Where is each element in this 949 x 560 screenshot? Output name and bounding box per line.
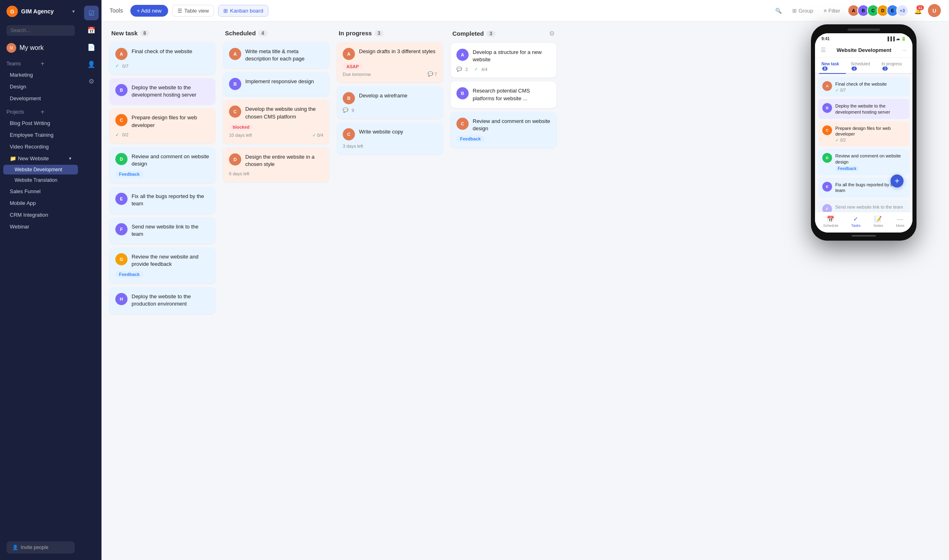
sidebar-item-video[interactable]: Video Recording <box>3 141 78 152</box>
calendar-icon[interactable]: 📅 <box>84 23 99 37</box>
comment-count: 9 <box>352 108 354 113</box>
avatar: B <box>822 103 832 113</box>
phone-tab-new-task[interactable]: New task 8 <box>819 60 846 74</box>
phone-page-title: Website Development <box>829 47 899 53</box>
sidebar-item-employee[interactable]: Employee Training <box>3 129 78 140</box>
sidebar-item-website-dev[interactable]: Website Development <box>3 165 78 174</box>
column-completed: Completed 3 ⚙ A Develop a structure for … <box>451 30 556 152</box>
table-row[interactable]: B Deploy the website to the development … <box>110 78 215 104</box>
sidebar-item-website-trans[interactable]: Website Translation <box>3 175 78 185</box>
table-row[interactable]: A Design drafts in 3 different styles AS… <box>337 42 443 82</box>
projects-section-header: Projects + <box>0 104 81 117</box>
table-row[interactable]: B Develop a wireframe 💬 9 <box>337 86 443 118</box>
col-title-new-task: New task <box>111 30 138 37</box>
table-row[interactable]: C Prepare design files for web developer… <box>110 108 215 143</box>
app-logo-header[interactable]: G GIM Agency ▾ <box>0 0 81 23</box>
phone-nav-notes[interactable]: 📝 Notes <box>873 215 883 228</box>
list-item[interactable]: B Deploy the website to the development … <box>818 99 909 119</box>
user-avatar[interactable]: U <box>928 4 941 17</box>
search-button[interactable]: 🔍 <box>772 6 785 15</box>
table-row[interactable]: C Develop the website using the chosen C… <box>223 100 329 143</box>
phone-status-bar: 9:41 ▐▐▐ ☁ 🔋 <box>815 33 912 43</box>
fab-add-button[interactable]: + <box>891 174 904 187</box>
notes-icon[interactable]: 📄 <box>84 40 99 54</box>
avatar: A <box>229 48 241 60</box>
phone-tab-scheduled[interactable]: Scheduled 4 <box>848 60 877 73</box>
list-item[interactable]: C Prepare design files for web developer… <box>818 121 909 147</box>
person-icon: 👤 <box>12 545 18 550</box>
col-count-new-task: 8 <box>140 30 149 37</box>
settings-icon[interactable]: ⚙ <box>84 74 99 88</box>
table-row[interactable]: D Design the entire website in a chosen … <box>223 148 329 182</box>
table-row[interactable]: A Final check of the website ✓0/7 <box>110 42 215 74</box>
phone-nav-tasks[interactable]: ✓ Tasks <box>851 215 860 228</box>
filter-button[interactable]: ≡ Filter <box>821 6 843 15</box>
table-row[interactable]: A Develop a structure for a new website … <box>451 43 556 78</box>
avatar: F <box>115 223 128 235</box>
avatar-extra[interactable]: +3 <box>896 4 908 17</box>
avatar: E <box>822 182 832 192</box>
card-title: Deploy the website to the development ho… <box>132 84 210 99</box>
invite-people-button[interactable]: 👤 Invite people <box>6 541 75 554</box>
phone-menu-icon[interactable]: ☰ <box>821 47 826 53</box>
folder-icon: 📁 <box>10 155 16 162</box>
phone-overlay: 9:41 ▐▐▐ ☁ 🔋 ☰ Website Development ··· N… <box>811 24 917 241</box>
column-settings-icon[interactable]: ⚙ <box>549 30 555 37</box>
sidebar-item-new-website[interactable]: 📁 New Website ▾ <box>3 153 78 164</box>
tasks-icon[interactable]: ☑ <box>84 6 99 20</box>
list-item[interactable]: F Send new website link to the team <box>818 200 909 212</box>
add-new-button[interactable]: + Add new <box>130 5 168 17</box>
add-project-button[interactable]: + <box>41 108 75 116</box>
sidebar-item-sales[interactable]: Sales Funnel <box>3 186 78 197</box>
table-view-button[interactable]: ☰ Table view <box>172 5 214 17</box>
sidebar-item-mobile[interactable]: Mobile App <box>3 198 78 209</box>
list-item[interactable]: D Review and comment on website design F… <box>818 149 909 175</box>
card-title: Design the entire website in a chosen st… <box>245 153 323 168</box>
sidebar-item-marketing[interactable]: Marketing <box>3 69 78 80</box>
sidebar-item-development[interactable]: Development <box>3 93 78 104</box>
phone-signal: ▐▐▐ ☁ 🔋 <box>886 37 906 41</box>
phone-card-list: A Final check of the website ✓0/7 B Depl… <box>815 74 912 212</box>
add-team-button[interactable]: + <box>41 60 75 67</box>
sidebar-item-webinar[interactable]: Webinar <box>3 221 78 232</box>
column-in-progress: In progress 3 A Design drafts in 3 diffe… <box>337 30 443 158</box>
table-row[interactable]: E Fix all the bugs reported by the team <box>110 187 215 213</box>
check-icon: ✓ <box>835 138 839 142</box>
table-row[interactable]: C Review and comment on website design F… <box>451 112 556 148</box>
days-left: 3 days left <box>343 144 363 149</box>
team-avatars: A B C D E +3 <box>847 4 908 17</box>
col-title-scheduled: Scheduled <box>225 30 256 37</box>
table-row[interactable]: B Implement responsive design <box>223 72 329 96</box>
comment-count: 7 <box>435 72 437 77</box>
phone-home-bar <box>852 235 876 237</box>
sidebar-item-crm[interactable]: CRM Integration <box>3 209 78 220</box>
people-icon[interactable]: 👤 <box>84 57 99 71</box>
avatar: D <box>115 153 128 165</box>
search-input[interactable] <box>6 25 75 36</box>
card-title: Write meta title & meta description for … <box>245 48 323 62</box>
table-row[interactable]: G Review the new website and provide fee… <box>110 248 215 283</box>
sidebar: G GIM Agency ▾ M My work Teams + Marketi… <box>0 0 81 560</box>
status-badge: Feedback <box>835 166 859 171</box>
group-button[interactable]: ⊞ Group <box>789 6 816 15</box>
table-row[interactable]: F Send new website link to the team <box>110 218 215 243</box>
teams-label: Teams <box>6 61 41 67</box>
phone-app-header: ☰ Website Development ··· <box>815 43 912 58</box>
table-row[interactable]: H Deploy the website to the production e… <box>110 287 215 313</box>
table-row[interactable]: B Research potential CMS platforms for w… <box>451 82 556 108</box>
table-row[interactable]: D Review and comment on website design F… <box>110 147 215 183</box>
sidebar-item-blog[interactable]: Blog Post Writing <box>3 118 78 129</box>
sidebar-item-design[interactable]: Design <box>3 81 78 92</box>
list-item[interactable]: A Final check of the website ✓0/7 <box>818 77 909 97</box>
phone-nav-more[interactable]: ⋯ More <box>896 215 905 228</box>
table-row[interactable]: A Write meta title & meta description fo… <box>223 42 329 68</box>
table-row[interactable]: C Write website copy 3 days left <box>337 123 443 154</box>
phone-tab-in-progress[interactable]: In progress 3 <box>879 60 908 73</box>
tasks-nav-icon: ✓ <box>853 215 858 223</box>
col-title-in-progress: In progress <box>339 30 372 37</box>
notification-button[interactable]: 🔔 11 <box>912 5 924 16</box>
kanban-view-button[interactable]: ⊞ Kanban board <box>218 5 268 17</box>
phone-more-icon[interactable]: ··· <box>902 47 907 53</box>
phone-nav-schedule[interactable]: 📅 Schedule <box>823 215 839 228</box>
my-work-item[interactable]: M My work <box>0 40 81 56</box>
